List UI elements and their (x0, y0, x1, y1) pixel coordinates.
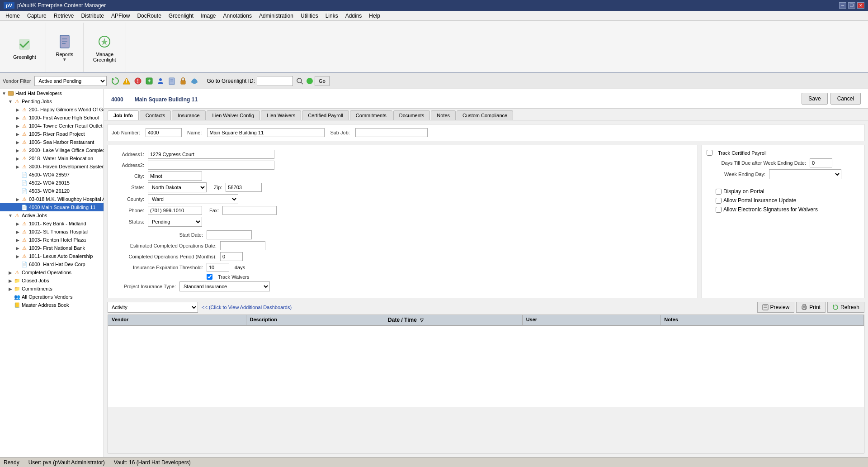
window-controls[interactable]: ─ ❐ ✕ (839, 2, 864, 9)
tree-item-4500[interactable]: 📄 4500- WO# 28597 (0, 171, 104, 179)
item-3000-expand[interactable]: ▶ (14, 163, 21, 170)
dashboard-select[interactable]: Activity (108, 302, 198, 313)
status-select[interactable]: Pending Active Closed (148, 217, 202, 227)
track-waivers-checkbox[interactable] (207, 274, 212, 280)
vendor-filter-select[interactable]: Active and Pending Active Only Pending O… (34, 76, 107, 86)
menu-help[interactable]: Help (365, 12, 384, 20)
completed-period-input[interactable] (220, 252, 243, 261)
add-icon[interactable]: + (144, 76, 154, 86)
minimize-button[interactable]: ─ (839, 2, 846, 9)
menu-administration[interactable]: Administration (255, 12, 297, 20)
completed-expand-icon[interactable]: ▶ (7, 269, 14, 276)
tab-certified-payroll[interactable]: Certified Payroll (302, 110, 349, 120)
pending-expand-icon[interactable]: ▼ (7, 98, 14, 105)
item-200-expand[interactable]: ▶ (14, 106, 21, 113)
tree-root[interactable]: ▼ Hard Hat Developers (0, 89, 104, 97)
ribbon-reports-button[interactable]: Reports ▼ (52, 30, 78, 64)
menu-image[interactable]: Image (197, 12, 219, 20)
item-1011-expand[interactable]: ▶ (14, 253, 21, 259)
tree-item-2018[interactable]: ▶ ⚠ 2018- Water Main Relocation (0, 154, 104, 162)
tab-custom-compliance[interactable]: Custom Compliance (457, 110, 513, 120)
tree-item-3000[interactable]: ▶ ⚠ 3000- Haven Development System (0, 162, 104, 171)
item-1006-expand[interactable]: ▶ (14, 139, 21, 145)
cancel-button[interactable]: Cancel (830, 93, 861, 105)
tree-item-26015[interactable]: 📄 4502- WO# 26015 (0, 179, 104, 187)
tree-item-200[interactable]: ▶ ⚠ 200- Happy Gilmore's World Of Golf (0, 105, 104, 114)
tree-item-1009[interactable]: ▶ ⚠ 1009- First National Bank (0, 244, 104, 252)
sub-job-input[interactable] (355, 128, 428, 137)
week-ending-day-select[interactable]: Sunday Monday (769, 169, 841, 179)
closed-expand-icon[interactable]: ▶ (7, 277, 14, 284)
go-button[interactable]: Go (315, 76, 330, 86)
col-vendor[interactable]: Vendor (108, 315, 246, 325)
item-1001-expand[interactable]: ▶ (14, 220, 21, 227)
commitments-expand-icon[interactable]: ▶ (7, 286, 14, 292)
refresh-icon[interactable] (110, 76, 120, 86)
tree-item-1006[interactable]: ▶ ⚠ 1006- Sea Harbor Restaurant (0, 138, 104, 146)
est-completed-input[interactable] (220, 241, 265, 250)
col-datetime[interactable]: Date / Time ▽ (384, 315, 523, 325)
item-4503-expand[interactable] (14, 188, 21, 194)
zip-input[interactable] (226, 183, 262, 192)
save-button[interactable]: Save (802, 93, 827, 105)
name-input[interactable] (207, 128, 325, 137)
item-2018-expand[interactable]: ▶ (14, 155, 21, 162)
menu-addins[interactable]: Addins (342, 12, 366, 20)
item-2000-expand[interactable]: ▶ (14, 147, 21, 153)
tree-item-2000[interactable]: ▶ ⚠ 2000- Lake Village Office Complex (0, 146, 104, 154)
menu-distribute[interactable]: Distribute (77, 12, 108, 20)
tree-item-1005[interactable]: ▶ ⚠ 1005- River Road Project (0, 130, 104, 138)
tree-item-1011[interactable]: ▶ ⚠ 1011- Lexus Auto Dealership (0, 252, 104, 260)
insurance-threshold-input[interactable] (207, 263, 229, 272)
root-expand-icon[interactable]: ▼ (1, 90, 7, 96)
address1-input[interactable] (148, 150, 274, 159)
phone-input[interactable] (148, 206, 202, 215)
commitments-header[interactable]: ▶ 📁 Commitments (0, 285, 104, 293)
tree-item-1002[interactable]: ▶ ⚠ 1002- St. Thomas Hospital (0, 228, 104, 236)
item-26015-expand[interactable] (14, 180, 21, 186)
alert-icon[interactable]: ! (133, 76, 143, 86)
menu-home[interactable]: Home (2, 12, 24, 20)
pending-jobs-header[interactable]: ▼ ⚠ Pending Jobs (0, 97, 104, 105)
tree-item-6000[interactable]: 📄 6000- Hard Hat Dev Corp (0, 260, 104, 268)
print-button[interactable]: Print (796, 302, 826, 313)
active-expand-icon[interactable]: ▼ (7, 212, 14, 219)
menu-links[interactable]: Links (322, 12, 342, 20)
allow-electronic-signatures-checkbox[interactable] (716, 207, 722, 213)
fax-input[interactable] (222, 206, 277, 215)
menu-retrieve[interactable]: Retrieve (50, 12, 78, 20)
master-address-book-header[interactable]: 📒 Master Address Book (0, 301, 104, 309)
item-1003-expand[interactable]: ▶ (14, 237, 21, 243)
tab-job-info[interactable]: Job Info (108, 110, 139, 120)
display-on-portal-checkbox[interactable] (716, 189, 722, 195)
tree-item-03018[interactable]: ▶ ⚠ 03-018 M.K. Willoughby Hospital Anne… (0, 195, 104, 203)
job-number-input[interactable] (146, 128, 182, 137)
tab-documents[interactable]: Documents (393, 110, 430, 120)
all-operations-vendors-header[interactable]: 👥 All Operations Vendors (0, 293, 104, 301)
active-jobs-header[interactable]: ▼ ⚠ Active Jobs (0, 211, 104, 219)
tree-item-4503[interactable]: 📄 4503- WO# 26120 (0, 187, 104, 195)
project-insurance-select[interactable]: Standard Insurance Wrap-Up Insurance Non… (179, 281, 270, 291)
search-icon[interactable] (295, 76, 305, 86)
city-input[interactable] (148, 172, 202, 181)
allow-portal-insurance-checkbox[interactable] (716, 198, 722, 204)
item-1000-expand[interactable]: ▶ (14, 114, 21, 121)
start-date-input[interactable] (207, 230, 252, 239)
restore-button[interactable]: ❐ (848, 2, 855, 9)
tab-insurance[interactable]: Insurance (172, 110, 205, 120)
col-user[interactable]: User (523, 315, 661, 325)
days-till-due-input[interactable] (810, 158, 832, 167)
state-select[interactable]: North Dakota Alabama Alaska (148, 182, 207, 192)
col-description[interactable]: Description (246, 315, 385, 325)
person-icon[interactable] (156, 76, 165, 86)
item-03018-expand[interactable]: ▶ (14, 196, 21, 202)
ribbon-greenlight-button[interactable]: Greenlight (9, 33, 40, 62)
col-notes[interactable]: Notes (660, 315, 864, 325)
dashboard-additional-link[interactable]: << (Click to View Additional Dashboards) (202, 305, 292, 310)
completed-operations-header[interactable]: ▶ ⚠ Completed Operations (0, 268, 104, 276)
document-icon[interactable] (167, 76, 177, 86)
cloud-icon[interactable] (189, 76, 199, 86)
tab-commitments[interactable]: Commitments (350, 110, 392, 120)
warning-icon[interactable]: ! (122, 76, 132, 86)
menu-apflow[interactable]: APFlow (108, 12, 133, 20)
